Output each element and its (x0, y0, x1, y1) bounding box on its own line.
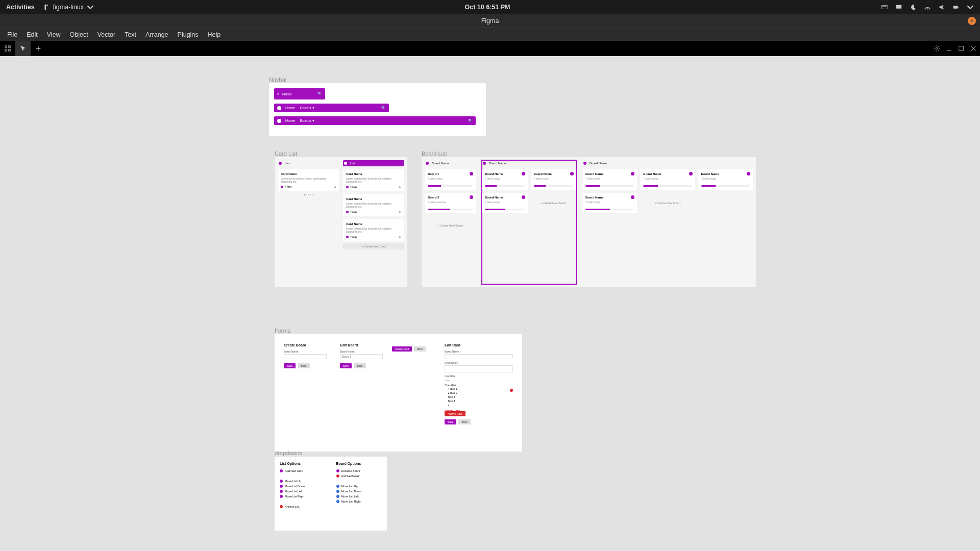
nav-home[interactable]: Home (285, 119, 295, 122)
checkbox-icon[interactable]: ☐ (399, 210, 401, 213)
dropdown-item[interactable]: Rename Board (336, 469, 382, 472)
grid-tool[interactable] (0, 41, 15, 56)
dropdown-item[interactable]: Move List Left (280, 490, 326, 493)
board-card[interactable]: Board Name7 tasks today (582, 169, 637, 190)
battery-icon[interactable] (952, 4, 960, 11)
board-card[interactable]: Board 1 7 tasks today (425, 169, 476, 190)
network-icon[interactable] (924, 4, 931, 11)
text-input[interactable]: Board 1 (340, 354, 383, 359)
kebab-icon[interactable]: ⋮ (400, 162, 403, 165)
back-button[interactable]: Back (414, 346, 426, 352)
back-button[interactable]: Back (458, 419, 470, 424)
back-button[interactable]: Back (298, 363, 309, 368)
dropdown-item[interactable]: Move List Down (336, 490, 382, 493)
menu-object[interactable]: Object (66, 29, 92, 40)
nav-boards[interactable]: Boards ▾ (300, 106, 314, 110)
menu-text[interactable]: Text (120, 29, 140, 40)
list-header-active[interactable]: List ⋮ (343, 160, 404, 166)
settings-icon[interactable] (933, 45, 940, 52)
frame-navbar[interactable]: ≡ Name 🔍 Home Boards ▾ 🔍 Home Boards ▾ 🔍 (269, 83, 486, 136)
night-icon[interactable] (910, 4, 917, 11)
checklist-item[interactable]: Task 4 (448, 399, 513, 403)
dropdown-board-options[interactable]: Board Options Rename Board Archive Board… (331, 457, 387, 531)
create-board-button[interactable]: + Create New Board (640, 193, 695, 213)
board-section-selected[interactable]: Board Name⋮ Board Name7 tasks today Boar… (482, 160, 576, 284)
kebab-icon[interactable]: ⋮ (335, 162, 338, 165)
dropdown-item[interactable]: Archive List (280, 505, 326, 508)
hamburger-icon[interactable]: ≡ (277, 92, 279, 96)
card-item[interactable]: Card Name Lorem ipsum dolor sit amet, co… (343, 169, 404, 191)
screen-icon[interactable] (895, 4, 902, 11)
menu-view[interactable]: View (43, 29, 65, 40)
board-card[interactable]: Board Name7 tasks today (482, 169, 528, 190)
card-item[interactable]: Card Name Lorem ipsum dolor sit amet, co… (278, 169, 339, 191)
minimize-icon[interactable] (945, 45, 952, 52)
create-board-button[interactable]: + Create New Board (531, 193, 577, 213)
text-input[interactable] (284, 354, 327, 359)
checkbox-icon[interactable]: ☐ (334, 185, 336, 188)
dropdown-item[interactable]: Move List Left (336, 495, 382, 498)
create-board-button[interactable]: + Create New Board (425, 216, 476, 235)
checkbox-icon[interactable]: ☐ (399, 235, 401, 238)
add-tool[interactable] (31, 41, 46, 56)
activities-button[interactable]: Activities (6, 4, 35, 11)
checklist-item[interactable]: ○ Task 1 (448, 387, 513, 391)
keyboard-icon[interactable] (881, 4, 888, 11)
save-button[interactable]: Save (340, 363, 352, 368)
window-close-button[interactable]: ✕ (968, 17, 976, 25)
close-icon[interactable] (970, 45, 977, 52)
board-card[interactable]: Board Name7 tasks today (531, 169, 577, 190)
board-card[interactable]: Board Name7 tasks today (698, 169, 753, 190)
board-header[interactable]: Board Name⋮ (425, 160, 476, 166)
create-card-button[interactable]: + Create New Card (343, 243, 404, 249)
dropdown-item[interactable]: Move List Up (280, 480, 326, 483)
menu-vector[interactable]: Vector (93, 29, 119, 40)
figma-canvas[interactable]: Navbar ≡ Name 🔍 Home Boards ▾ 🔍 Home Boa… (0, 56, 980, 551)
frame-forms[interactable]: Create Board Board Name: SaveBack Edit B… (275, 334, 522, 452)
checklist-item[interactable]: Task 3 (448, 395, 513, 399)
board-header[interactable]: Board Name⋮ (582, 160, 753, 166)
nav-home[interactable]: Home (285, 106, 295, 110)
frame-dropdowns[interactable]: List Options Add New Card Move List Up M… (275, 457, 387, 531)
board-card[interactable]: Board 2 2 tasks overdue (425, 193, 476, 213)
create-card-button[interactable]: Create Card (392, 346, 412, 352)
app-menu[interactable]: figma-linux (43, 4, 94, 11)
dropdown-item[interactable]: Move List Right (336, 500, 382, 503)
textarea-input[interactable] (445, 365, 513, 372)
search-icon[interactable]: 🔍 (468, 119, 473, 123)
form-edit-card[interactable]: Edit Card Board Name: Description: Due D… (440, 339, 517, 446)
card-item[interactable]: Card Name Lorem ipsum dolor sit amet, co… (343, 219, 404, 241)
board-header[interactable]: Board Name⋮ (482, 160, 576, 166)
checkbox-icon[interactable]: ☐ (399, 185, 401, 188)
dropdown-item[interactable]: Move List Down (280, 485, 326, 488)
menu-edit[interactable]: Edit (22, 29, 42, 40)
card-item[interactable]: Card Name Lorem ipsum dolor sit amet, co… (343, 194, 404, 216)
form-create-board[interactable]: Create Board Board Name: SaveBack (280, 339, 331, 446)
frame-cardlist[interactable]: List ⋮ Card Name Lorem ipsum dolor sit a… (275, 157, 407, 287)
dropdown-item[interactable]: Move List Up (336, 485, 382, 488)
maximize-icon[interactable] (958, 45, 965, 52)
delete-icon[interactable] (510, 389, 513, 392)
menu-help[interactable]: Help (204, 29, 225, 40)
search-icon[interactable]: 🔍 (317, 92, 322, 96)
board-card[interactable]: Board Name7 tasks today (482, 193, 528, 213)
menu-file[interactable]: File (3, 29, 21, 40)
dropdown-item[interactable]: Archive Board (336, 474, 382, 478)
archive-card-button[interactable]: Archive Card (445, 411, 465, 416)
menu-arrange[interactable]: Arrange (141, 29, 172, 40)
chevron-down-icon[interactable] (967, 4, 974, 11)
dropdown-list-options[interactable]: List Options Add New Card Move List Up M… (275, 457, 331, 531)
back-button[interactable]: Back (354, 363, 365, 368)
clock[interactable]: Oct 10 6:51 PM (94, 4, 881, 11)
dropdown-item[interactable]: Add New Card (280, 469, 326, 472)
dropdown-item[interactable]: Move List Right (280, 495, 326, 498)
board-card[interactable]: Board Name7 tasks today (582, 193, 637, 213)
menu-plugins[interactable]: Plugins (174, 29, 203, 40)
search-icon[interactable]: 🔍 (381, 106, 386, 110)
add-checklist-item[interactable]: + (448, 403, 513, 407)
volume-icon[interactable] (938, 4, 945, 11)
nav-boards[interactable]: Boards ▾ (300, 119, 314, 123)
move-tool[interactable] (15, 41, 31, 56)
list-header[interactable]: List ⋮ (278, 160, 339, 166)
text-input[interactable] (445, 354, 513, 359)
